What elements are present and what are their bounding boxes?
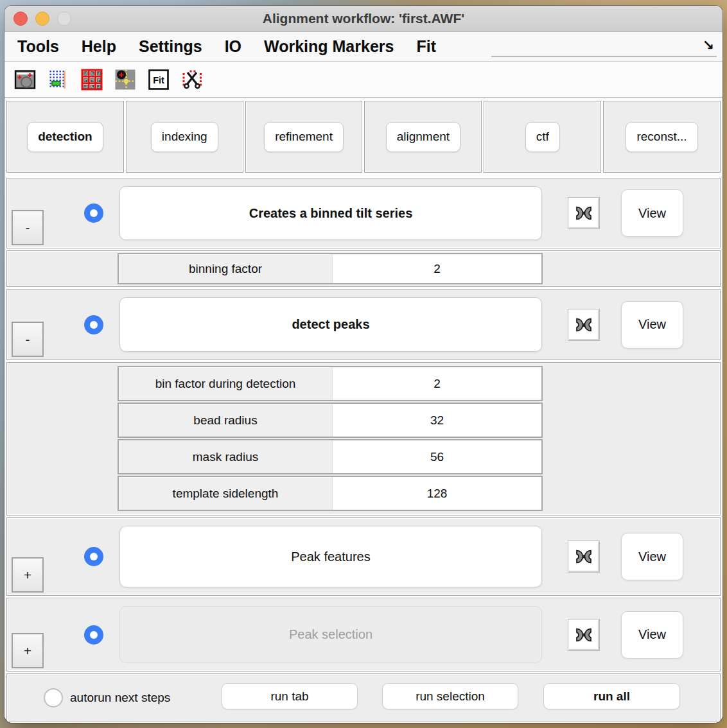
- menu-item-tools[interactable]: Tools: [17, 37, 59, 56]
- param-label: bin factor during detection: [119, 367, 332, 400]
- tab-cell: refinement: [245, 101, 363, 173]
- tab-ctf[interactable]: ctf: [525, 122, 560, 152]
- menu-bar: ToolsHelpSettingsIOWorking MarkersFit ↘: [4, 32, 723, 62]
- step-row: -Creates a binned tilt series View: [6, 178, 721, 248]
- menu-item-working-markers[interactable]: Working Markers: [264, 37, 394, 56]
- tab-reconst[interactable]: reconst...: [626, 122, 697, 152]
- step-row: +Peak features View: [6, 517, 721, 596]
- fit-button[interactable]: Fit: [148, 69, 170, 91]
- param-group: bin factor during detectionbead radiusma…: [6, 362, 721, 516]
- param-label: template sidelength: [119, 477, 332, 510]
- param-group: binning factor: [6, 250, 721, 287]
- title-bar: Alignment workflow: 'first.AWF': [4, 6, 723, 32]
- marker-field-button[interactable]: [48, 69, 69, 91]
- run-all-button[interactable]: run all: [543, 683, 680, 709]
- param-row: binning factor: [118, 253, 543, 284]
- workflow-panel: detectionindexingrefinementalignmentctfr…: [4, 98, 723, 723]
- tilt-series-viewer-button[interactable]: [14, 69, 36, 91]
- gallery-grid-icon: [81, 69, 103, 91]
- wrench-icon: [571, 627, 597, 643]
- param-value-field[interactable]: [332, 440, 541, 473]
- view-button[interactable]: View: [621, 189, 683, 237]
- svg-text:Fit: Fit: [153, 74, 164, 85]
- param-value-field[interactable]: [332, 477, 541, 510]
- traffic-lights: [13, 12, 71, 26]
- menu-bar-divider: [491, 56, 717, 57]
- tab-refinement[interactable]: refinement: [264, 122, 344, 152]
- tab-indexing[interactable]: indexing: [151, 122, 218, 152]
- menu-item-settings[interactable]: Settings: [139, 37, 202, 56]
- cut-markers-button[interactable]: [181, 69, 203, 91]
- wrench-settings-button[interactable]: [568, 541, 600, 573]
- tab-cell: reconst...: [603, 101, 721, 173]
- tab-cell: indexing: [126, 101, 243, 173]
- menu-item-fit[interactable]: Fit: [416, 37, 436, 56]
- view-button[interactable]: View: [621, 611, 683, 659]
- fit-icon: Fit: [148, 69, 170, 91]
- wrench-settings-button[interactable]: [568, 619, 600, 651]
- run-selection-button[interactable]: run selection: [382, 683, 518, 709]
- tab-cell: detection: [6, 101, 124, 173]
- param-label: mask radius: [119, 440, 332, 473]
- marker-field-icon: [48, 69, 69, 91]
- close-button[interactable]: [13, 12, 28, 26]
- param-value-field[interactable]: [332, 367, 541, 400]
- tabs-row: detectionindexingrefinementalignmentctfr…: [6, 101, 721, 173]
- toolbar: Fit: [4, 62, 723, 98]
- step-radio[interactable]: [84, 204, 103, 223]
- step-title-button[interactable]: Peak selection: [119, 606, 542, 663]
- param-label: binning factor: [119, 254, 332, 283]
- steps-container: -Creates a binned tilt series Viewbinnin…: [6, 178, 721, 672]
- wrench-icon: [571, 316, 597, 333]
- menu-items: ToolsHelpSettingsIOWorking MarkersFit: [17, 37, 459, 56]
- app-window: Alignment workflow: 'first.AWF' ToolsHel…: [4, 6, 723, 723]
- param-row: bead radius: [118, 403, 543, 438]
- param-value-field[interactable]: [332, 404, 541, 437]
- tab-cell: ctf: [484, 101, 601, 173]
- tab-alignment[interactable]: alignment: [386, 122, 460, 152]
- param-row: mask radius: [118, 439, 543, 474]
- zoom-button: [57, 12, 71, 26]
- menu-item-help[interactable]: Help: [82, 37, 116, 56]
- param-row: template sidelength: [118, 476, 543, 511]
- expand-button[interactable]: +: [12, 557, 44, 593]
- collapse-button[interactable]: -: [12, 210, 44, 245]
- marker-crosshair-button[interactable]: [114, 69, 136, 91]
- step-row: -detect peaks View: [6, 289, 721, 360]
- expand-button[interactable]: +: [12, 633, 44, 668]
- step-radio[interactable]: [84, 315, 103, 334]
- wrench-settings-button[interactable]: [568, 197, 600, 229]
- tilt-series-viewer-icon: [14, 69, 36, 91]
- gallery-grid-button[interactable]: [81, 69, 103, 91]
- wrench-icon: [571, 548, 597, 565]
- minimize-button[interactable]: [35, 12, 49, 26]
- wrench-settings-button[interactable]: [568, 309, 600, 341]
- marker-crosshair-icon: [114, 69, 136, 91]
- window-title: Alignment workflow: 'first.AWF': [263, 11, 464, 26]
- step-radio[interactable]: [84, 547, 103, 566]
- view-button[interactable]: View: [621, 301, 683, 349]
- param-row: bin factor during detection: [118, 366, 543, 401]
- autorun-label: autorun next steps: [70, 691, 170, 705]
- tab-detection[interactable]: detection: [27, 122, 103, 152]
- view-button[interactable]: View: [621, 533, 683, 580]
- collapse-button[interactable]: -: [12, 322, 44, 357]
- menu-item-io[interactable]: IO: [225, 37, 241, 56]
- menu-overflow-arrow-icon[interactable]: ↘: [703, 37, 714, 53]
- step-radio[interactable]: [84, 625, 103, 645]
- run-tab-button[interactable]: run tab: [222, 683, 358, 709]
- param-label: bead radius: [119, 404, 332, 437]
- step-title-button[interactable]: detect peaks: [119, 297, 542, 352]
- step-title-button[interactable]: Creates a binned tilt series: [119, 186, 542, 240]
- wrench-icon: [571, 205, 597, 221]
- param-value-field[interactable]: [332, 254, 541, 283]
- step-title-button[interactable]: Peak features: [119, 526, 542, 587]
- tab-cell: alignment: [364, 101, 482, 173]
- footer-bar: autorun next steps run tab run selection…: [6, 673, 721, 722]
- step-row: +Peak selection View: [6, 598, 721, 672]
- cut-markers-icon: [181, 69, 203, 91]
- autorun-radio[interactable]: [44, 688, 63, 707]
